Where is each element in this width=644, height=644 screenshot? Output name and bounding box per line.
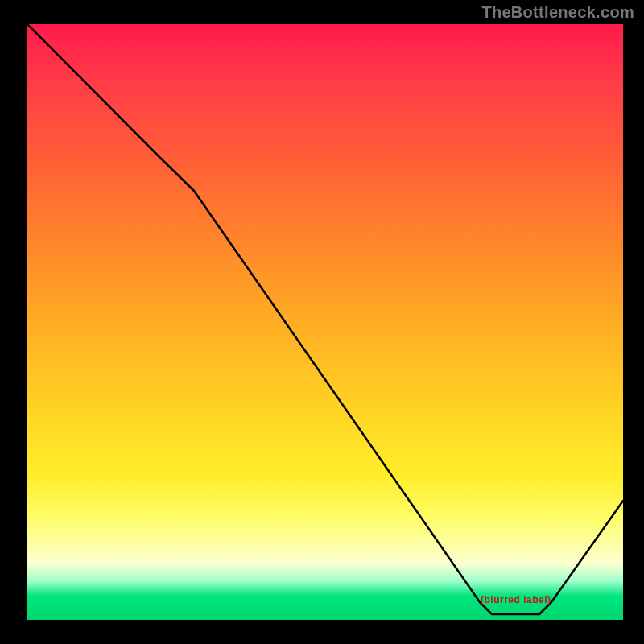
plot-area: (blurred label) [27, 24, 623, 620]
curve-layer [27, 24, 623, 620]
bottleneck-curve-path [27, 24, 623, 614]
watermark-text: TheBottleneck.com [481, 3, 634, 22]
chart-container: TheBottleneck.com (blurred label) [0, 0, 644, 644]
